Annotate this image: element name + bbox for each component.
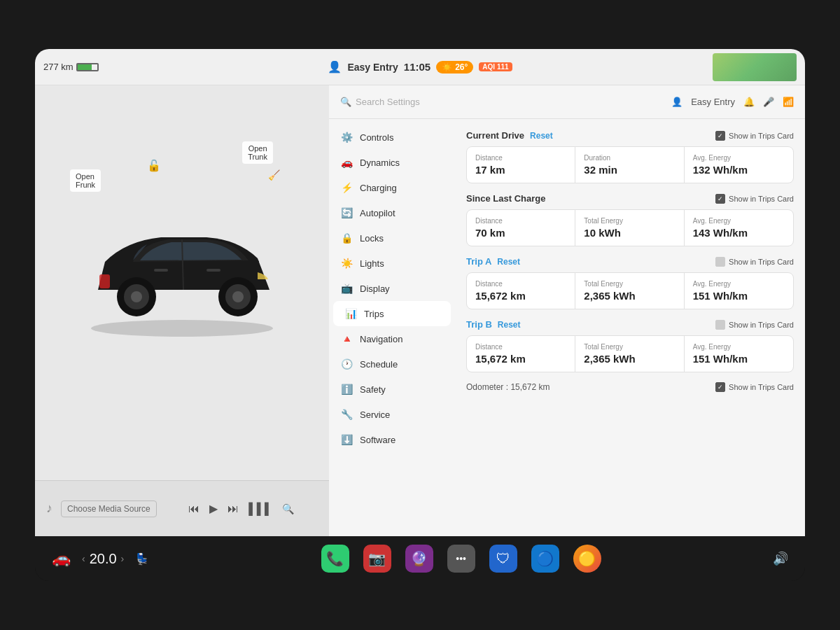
- nav-item-schedule[interactable]: 🕐 Schedule: [329, 351, 455, 377]
- controls-icon: ⚙️: [340, 132, 353, 143]
- dock-phone[interactable]: 📞: [321, 545, 349, 573]
- top-bar: 277 km 👤 Easy Entry 11:05 ☀️ 26° AQI 111: [35, 49, 805, 85]
- sun-icon: ☀️: [442, 62, 452, 72]
- settings-nav: ⚙️ Controls 🚗 Dynamics ⚡ Charging 🔄 Auto…: [329, 119, 455, 536]
- music-note-icon: ♪: [46, 501, 52, 516]
- slc-avg-energy: Avg. Energy 143 Wh/km: [685, 210, 793, 246]
- nav-label-dynamics: Dynamics: [360, 158, 400, 168]
- nav-item-autopilot[interactable]: 🔄 Autopilot: [329, 200, 455, 225]
- settings-body: ⚙️ Controls 🚗 Dynamics ⚡ Charging 🔄 Auto…: [329, 119, 805, 536]
- trip-b-stats: Distance 15,672 km Total Energy 2,365 kW…: [466, 335, 794, 372]
- dock-ball[interactable]: 🟡: [573, 545, 601, 573]
- trip-a-avg-energy: Avg. Energy 151 Wh/km: [685, 273, 793, 309]
- current-drive-reset[interactable]: Reset: [530, 131, 553, 141]
- left-panel: Open Frunk OpenTrunk 🔓 🧹: [35, 85, 329, 536]
- current-drive-duration-value: 32 min: [584, 164, 675, 176]
- nav-item-trips[interactable]: 📊 Trips: [333, 301, 451, 326]
- open-trunk-label[interactable]: OpenTrunk: [242, 141, 273, 164]
- trip-a-distance-label: Distance: [475, 280, 566, 288]
- temperature-value: 20.0: [90, 551, 117, 567]
- trip-b-distance-label: Distance: [475, 343, 566, 351]
- seat-heat-icon: 💺: [135, 552, 149, 566]
- next-track-button[interactable]: ⏭: [227, 503, 239, 515]
- car-svg-wrapper: [70, 199, 294, 367]
- nav-item-controls[interactable]: ⚙️ Controls: [329, 125, 455, 150]
- trip-a-avg-energy-label: Avg. Energy: [693, 280, 785, 288]
- odometer-checkbox[interactable]: [715, 382, 725, 392]
- settings-header: 🔍 Search Settings 👤 Easy Entry 🔔 🎤 📶: [329, 85, 805, 119]
- dock-camera[interactable]: 📷: [363, 545, 391, 573]
- current-drive-show-trips[interactable]: Show in Trips Card: [715, 131, 794, 141]
- media-source-button[interactable]: Choose Media Source: [61, 500, 157, 517]
- nav-item-navigation[interactable]: 🔺 Navigation: [329, 326, 455, 351]
- trip-a-checkbox[interactable]: [715, 257, 725, 267]
- trip-b-title: Trip B Reset: [466, 319, 521, 330]
- svg-rect-8: [154, 269, 168, 272]
- bottom-center-dock: 📞 📷 🔮 ••• 🛡 🔵 🟡: [321, 545, 601, 573]
- dock-bluetooth[interactable]: 🔵: [531, 545, 559, 573]
- slc-distance-label: Distance: [475, 217, 566, 225]
- nav-label-trips: Trips: [364, 309, 384, 319]
- nav-item-display[interactable]: 📺 Display: [329, 276, 455, 301]
- since-last-charge-header: Since Last Charge Show in Trips Card: [466, 193, 794, 204]
- trip-b-distance-value: 15,672 km: [475, 353, 566, 365]
- search-settings: 🔍 Search Settings: [340, 97, 663, 107]
- nav-item-service[interactable]: 🔧 Service: [329, 402, 455, 427]
- odometer-value: 15,672 km: [510, 382, 550, 392]
- lock-icon-car: 🔓: [147, 159, 161, 172]
- play-button[interactable]: ▶: [209, 502, 218, 515]
- svg-point-6: [232, 291, 244, 302]
- service-icon: 🔧: [340, 409, 353, 420]
- phone-icon: 📞: [326, 550, 344, 567]
- nav-item-dynamics[interactable]: 🚗 Dynamics: [329, 150, 455, 175]
- trip-a-distance: Distance 15,672 km: [467, 273, 575, 309]
- person-icon-settings: 👤: [671, 97, 682, 107]
- trip-b-show-trips[interactable]: Show in Trips Card: [715, 320, 794, 330]
- trip-b-label: Trip B: [466, 319, 492, 330]
- map-mini: [713, 53, 797, 81]
- trip-b-section: Trip B Reset Show in Trips Card Distance: [466, 319, 794, 372]
- equalizer-button[interactable]: ▌▌▌: [248, 503, 272, 515]
- search-media-button[interactable]: 🔍: [282, 503, 294, 514]
- svg-rect-11: [99, 274, 110, 288]
- temp-increase[interactable]: ›: [121, 553, 125, 564]
- nav-item-software[interactable]: ⬇️ Software: [329, 427, 455, 452]
- current-drive-duration: Duration 32 min: [575, 147, 684, 183]
- nav-label-controls: Controls: [360, 132, 393, 143]
- current-drive-checkbox[interactable]: [715, 131, 725, 141]
- trip-b-avg-energy: Avg. Energy 151 Wh/km: [685, 336, 793, 372]
- dock-purple[interactable]: 🔮: [405, 545, 433, 573]
- dock-more[interactable]: •••: [447, 545, 475, 573]
- nav-label-charging: Charging: [360, 183, 397, 193]
- current-drive-energy-value: 132 Wh/km: [693, 164, 785, 176]
- easy-entry-label: Easy Entry: [347, 62, 398, 73]
- weather-badge: ☀️ 26°: [436, 61, 473, 74]
- open-frunk-label[interactable]: Open Frunk: [70, 169, 101, 192]
- since-last-charge-checkbox[interactable]: [715, 194, 725, 204]
- nav-item-locks[interactable]: 🔒 Locks: [329, 225, 455, 251]
- prev-track-button[interactable]: ⏮: [188, 503, 200, 515]
- lights-icon: ☀️: [340, 258, 353, 269]
- slc-energy-value: 10 kWh: [584, 227, 675, 239]
- trip-a-reset[interactable]: Reset: [497, 257, 520, 267]
- trip-b-checkbox[interactable]: [715, 320, 725, 330]
- car-display: Open Frunk OpenTrunk 🔓 🧹: [35, 85, 329, 480]
- nav-item-safety[interactable]: ℹ️ Safety: [329, 377, 455, 402]
- nav-item-charging[interactable]: ⚡ Charging: [329, 175, 455, 200]
- trip-b-reset[interactable]: Reset: [498, 320, 521, 330]
- more-icon: •••: [456, 553, 466, 564]
- volume-icon[interactable]: 🔊: [773, 551, 788, 566]
- odometer-show-trips[interactable]: Show in Trips Card: [715, 382, 794, 392]
- dock-shield[interactable]: 🛡: [489, 545, 517, 573]
- since-last-charge-show-trips[interactable]: Show in Trips Card: [715, 194, 794, 204]
- temp-decrease[interactable]: ‹: [82, 553, 85, 564]
- search-icon: 🔍: [340, 97, 351, 107]
- bottom-left: 🚗 ‹ 20.0 › 💺: [52, 550, 149, 568]
- mic-icon: 🎤: [763, 97, 774, 107]
- trip-a-show-trips[interactable]: Show in Trips Card: [715, 257, 794, 267]
- slc-distance-value: 70 km: [475, 227, 566, 239]
- wiper-icon: 🧹: [268, 169, 280, 181]
- temperature-badge: 26°: [455, 62, 468, 72]
- trip-a-avg-energy-value: 151 Wh/km: [693, 290, 785, 302]
- nav-item-lights[interactable]: ☀️ Lights: [329, 251, 455, 276]
